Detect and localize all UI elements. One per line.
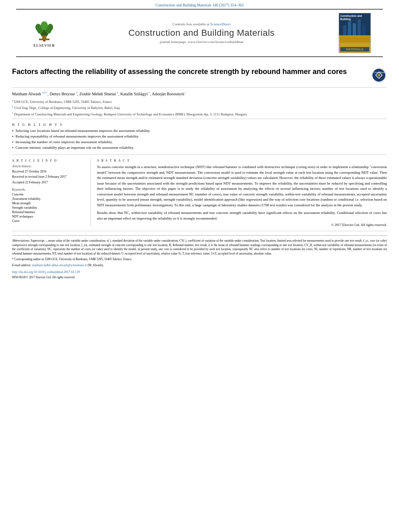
history-title: Article history: (12, 164, 84, 168)
email-suffix: (M. Alwash). (88, 263, 104, 267)
svg-rect-14 (362, 25, 366, 35)
journal-citation-text: Construction and Building Materials 140 … (155, 3, 243, 7)
corresponding-note-text: * Corresponding author at: I2M-GCE, Univ… (12, 257, 132, 261)
abstract-column: A B S T R A C T To assess concrete stren… (97, 159, 387, 227)
author-alwash-sup: a,b,* (42, 91, 48, 94)
email-line: E-mail address: maitham-fadhil-abbas.alw… (12, 263, 387, 268)
svg-rect-7 (42, 35, 46, 39)
footnotes-section: Abbreviations: Superscript –, mean value… (12, 235, 387, 279)
article-title-section: Factors affecting the reliability of ass… (12, 61, 387, 88)
journal-header: ELSEVIER Contents lists available at Sci… (16, 9, 383, 57)
article-history: Article history: Received 27 October 201… (12, 164, 84, 185)
bullet-3: • (12, 140, 14, 144)
bullet-2: • (12, 134, 14, 139)
doi-link[interactable]: http://dx.doi.org/10.1016/j.conbuildmat.… (12, 270, 80, 274)
corresponding-note: * Corresponding author at: I2M-GCE, Univ… (12, 257, 387, 262)
abbreviations-label: Abbreviations: (12, 239, 30, 242)
svg-rect-11 (348, 21, 351, 35)
author-alwash: Maitham Alwash (12, 92, 42, 96)
keywords-section: Keywords: Concrete Assessment reliabilit… (12, 188, 84, 223)
elsevier-logo-section: ELSEVIER (24, 18, 64, 47)
abbreviations-text: Abbreviations: Superscript –, mean value… (12, 239, 387, 256)
elsevier-tree-icon (30, 18, 58, 43)
keyword-6: NDT techniques (12, 215, 84, 218)
email-link[interactable]: maitham-fadhil-abbas.alwash@u-bordeaux.f… (32, 263, 87, 267)
svg-rect-13 (358, 19, 361, 35)
highlight-item-4: • Concrete intrinsic variability plays a… (12, 146, 387, 150)
article-title: Factors affecting the reliability of ass… (12, 67, 371, 76)
abstract-paragraph-1: To assess concrete strength in a structu… (97, 164, 387, 208)
journal-homepage: journal homepage: www.elsevier.com/locat… (68, 40, 335, 44)
svg-point-5 (35, 24, 41, 31)
author-borosnyo-sup: c (185, 91, 187, 94)
accepted-date: Accepted 22 February 2017 (12, 180, 84, 185)
keyword-7: Cores (12, 219, 84, 223)
abstract-label: A B S T R A C T (97, 159, 387, 162)
svg-rect-8 (39, 39, 49, 40)
authors-section: Maitham Alwash a,b,*, Denys Breysse a, Z… (12, 88, 387, 119)
highlight-item-2: • Reducing repeatability of rebound meas… (12, 134, 387, 139)
keyword-3: Mean strength (12, 201, 84, 205)
email-label: E-mail address: (12, 263, 31, 267)
column-divider (90, 159, 91, 227)
crossmark-icon: CrossMark (371, 67, 387, 83)
svg-rect-10 (343, 25, 346, 35)
article-info-column: A R T I C L E I N F O Article history: R… (12, 159, 84, 227)
svg-point-20 (378, 74, 380, 76)
highlight-item-3: • Increasing the number of cores improve… (12, 140, 387, 144)
cover-title: Construction and Building (340, 14, 369, 21)
svg-rect-16 (340, 36, 370, 43)
keyword-4: Strength variability (12, 206, 84, 210)
contents-line: Contents lists available at ScienceDirec… (68, 22, 335, 26)
highlights-label: H I G H L I G H T S (12, 123, 387, 127)
abstract-text: To assess concrete strength in a structu… (97, 164, 387, 221)
affiliations: a I2M-GCE, University of Bordeaux, UMR 5… (12, 99, 387, 117)
journal-cover-section: Construction and Building MATERIALS (339, 13, 375, 53)
comma1: , Denys Breysse (47, 92, 76, 96)
highlights-list: • Selecting core locations based on rebo… (12, 129, 387, 150)
comma3: , Katalin Szilágyi (118, 92, 149, 96)
keyword-2: Assessment reliability (12, 197, 84, 201)
received-date: Received 27 October 2016 (12, 169, 84, 174)
issn-line: 0950-0618/© 2017 Elsevier Ltd. All right… (12, 275, 387, 280)
affiliation-b: b Civil Eng. Dept., College of Engineeri… (12, 105, 387, 111)
comma2: , Zoubir Mehdi Sbartaï (77, 92, 117, 96)
comma4: , Adorján Borosnyói (150, 92, 185, 96)
bullet-1: • (12, 129, 14, 133)
svg-point-4 (41, 21, 48, 30)
highlights-section: H I G H L I G H T S • Selecting core loc… (12, 123, 387, 155)
journal-title-section: Contents lists available at ScienceDirec… (64, 22, 339, 44)
journal-cover-image: Construction and Building MATERIALS (339, 13, 371, 53)
received-revised-date: Received in revised form 2 February 2017 (12, 175, 84, 179)
info-abstract-section: A R T I C L E I N F O Article history: R… (12, 155, 387, 231)
keyword-1: Concrete (12, 193, 84, 196)
svg-rect-12 (353, 23, 356, 35)
keywords-title: Keywords: (12, 188, 84, 191)
page: Construction and Building Materials 140 … (0, 0, 399, 532)
copyright-line: © 2017 Elsevier Ltd. All rights reserved… (97, 223, 387, 227)
highlight-item-1: • Selecting core locations based on rebo… (12, 129, 387, 133)
abstract-paragraph-2: Results show that NC, within-test variab… (97, 210, 387, 221)
keyword-5: Rebound hammer (12, 210, 84, 214)
journal-title: Construction and Building Materials (68, 28, 335, 38)
authors-line: Maitham Alwash a,b,*, Denys Breysse a, Z… (12, 91, 387, 96)
article-info-label: A R T I C L E I N F O (12, 159, 84, 162)
contents-text: Contents lists available at (173, 22, 210, 26)
sciencedirect-link[interactable]: ScienceDirect (210, 22, 230, 26)
journal-citation: Construction and Building Materials 140 … (0, 0, 399, 9)
cover-materials-text: MATERIALS (340, 47, 369, 51)
article-content: Factors affecting the reliability of ass… (12, 57, 387, 283)
bullet-4: • (12, 146, 14, 150)
svg-point-6 (47, 24, 53, 31)
affiliation-c: c Department of Constructing Materials a… (12, 111, 387, 117)
abbreviations-content: Superscript –, mean value of the variabl… (12, 239, 387, 255)
elsevier-wordmark: ELSEVIER (33, 43, 55, 47)
affiliation-a: a I2M-GCE, University of Bordeaux, UMR 5… (12, 99, 387, 105)
doi-section: http://dx.doi.org/10.1016/j.conbuildmat.… (12, 270, 387, 275)
